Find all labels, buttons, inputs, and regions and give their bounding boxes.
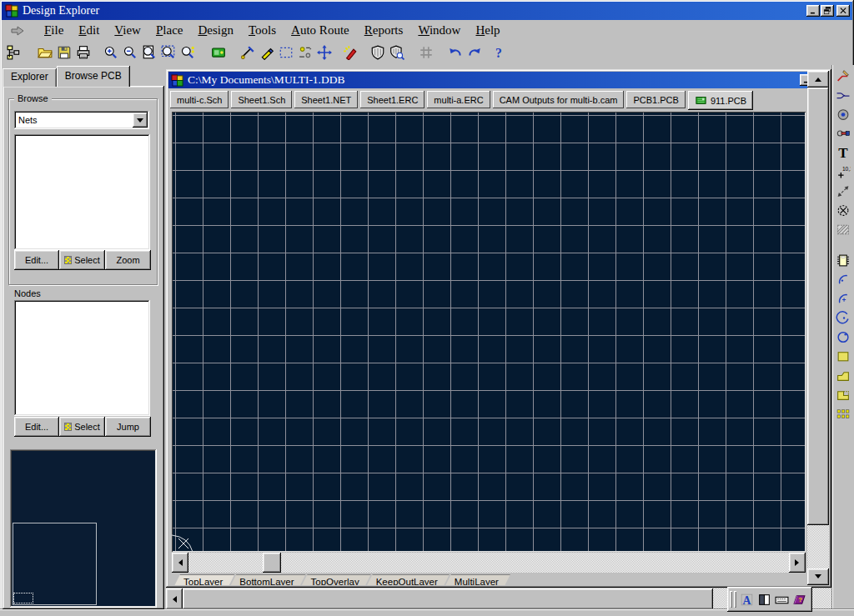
highlight-net-icon[interactable] — [257, 43, 276, 63]
redo-icon[interactable] — [465, 43, 484, 63]
dimension-icon[interactable] — [833, 183, 853, 199]
menu-help[interactable]: Help — [468, 23, 507, 39]
nets-select-button[interactable]: Select — [59, 250, 105, 270]
text-string-icon[interactable]: T — [833, 145, 853, 161]
menu-tools[interactable]: Tools — [241, 23, 284, 39]
interactive-routing-icon[interactable] — [833, 68, 853, 84]
save-icon[interactable] — [54, 43, 73, 63]
document-tab-multi-a-erc[interactable]: multi-a.ERC — [427, 91, 490, 108]
menu-design[interactable]: Design — [190, 23, 241, 39]
split-plane-icon[interactable] — [833, 387, 853, 403]
open-document-icon[interactable] — [35, 43, 54, 63]
menu-window[interactable]: Window — [410, 23, 468, 39]
full-circle-icon[interactable] — [833, 329, 853, 345]
zoom-document-icon[interactable] — [139, 43, 158, 63]
coordinate-icon[interactable]: 10,10 — [833, 164, 853, 180]
minimap-board-view[interactable] — [12, 451, 155, 606]
layer-tab-topoverlay[interactable]: TopOverlay — [299, 574, 371, 585]
hscroll-track[interactable] — [188, 553, 789, 573]
vscroll-track[interactable] — [807, 525, 829, 568]
panel-split-icon[interactable] — [756, 591, 773, 608]
pcb-canvas[interactable] — [172, 112, 806, 552]
undo-icon[interactable] — [445, 43, 465, 63]
board-view-icon[interactable] — [208, 43, 228, 63]
menu-reports[interactable]: Reports — [357, 23, 411, 39]
layer-tab-bottomlayer[interactable]: BottomLayer — [228, 574, 305, 585]
toolbar-grip[interactable] — [734, 591, 736, 608]
close-button[interactable] — [836, 5, 850, 17]
nodes-edit-button[interactable]: Edit... — [14, 417, 59, 437]
canvas-hscrollbar[interactable] — [172, 553, 806, 573]
arc-center-icon[interactable] — [833, 291, 853, 307]
nets-zoom-button[interactable]: Zoom — [105, 250, 151, 270]
multiple-traces-icon[interactable] — [833, 88, 853, 103]
deselect-icon[interactable] — [295, 43, 314, 63]
zoom-point-icon[interactable] — [178, 43, 197, 63]
zoom-area-icon[interactable] — [158, 43, 178, 63]
nets-edit-button[interactable]: Edit... — [14, 250, 59, 270]
app-hscroll-thumb[interactable] — [183, 588, 713, 609]
chevron-down-icon[interactable] — [133, 113, 148, 128]
hatched-fill-icon[interactable] — [833, 222, 853, 238]
grid-icon[interactable] — [416, 43, 435, 63]
toolbar-grip[interactable] — [730, 591, 732, 608]
shield-zoom-icon[interactable] — [387, 43, 406, 63]
app-scroll-left-button[interactable] — [166, 588, 183, 609]
explorer-panel-icon[interactable] — [4, 43, 23, 63]
menu-place[interactable]: Place — [148, 23, 190, 39]
tab-browse-pcb[interactable]: Browse PCB — [57, 66, 130, 87]
menu-file[interactable]: File — [37, 23, 71, 39]
canvas-vscrollbar[interactable] — [807, 71, 829, 585]
nodes-jump-button[interactable]: Jump — [105, 417, 151, 437]
polygon-plane-icon[interactable] — [833, 368, 853, 383]
wizard-icon[interactable] — [340, 43, 359, 63]
menu-auto-route[interactable]: Auto Route — [284, 23, 357, 39]
layer-tab-toplayer[interactable]: TopLayer — [172, 574, 234, 585]
text-a-icon[interactable]: A — [738, 591, 756, 608]
restore-button[interactable] — [821, 5, 834, 17]
document-tab-911-pcb[interactable]: 911.PCB — [688, 91, 753, 110]
arc-edge-icon[interactable] — [833, 272, 853, 288]
menu-grip-arrow-icon[interactable] — [8, 24, 30, 38]
shield-icon[interactable] — [368, 43, 387, 63]
keyboard-icon[interactable] — [773, 591, 791, 608]
pad-array-icon[interactable] — [833, 406, 853, 422]
layer-tab-keepoutlayer[interactable]: KeepOutLayer — [364, 574, 450, 585]
menu-view[interactable]: View — [107, 23, 148, 39]
select-area-icon[interactable] — [276, 43, 295, 63]
keepout-icon[interactable] — [833, 203, 853, 218]
component-icon[interactable] — [833, 253, 853, 268]
scroll-right-button[interactable] — [789, 553, 806, 573]
app-logo-icon — [5, 4, 18, 18]
print-icon[interactable] — [73, 43, 93, 63]
hscroll-thumb[interactable] — [263, 553, 281, 573]
document-tab-cam-outputs-for-multi-b-cam[interactable]: CAM Outputs for multi-b.cam — [493, 91, 625, 108]
layer-tab-multilayer[interactable]: MultiLayer — [443, 574, 510, 585]
document-tab-sheet1-net[interactable]: Sheet1.NET — [294, 91, 358, 108]
fill-icon[interactable] — [833, 348, 853, 364]
cross-probe-icon[interactable] — [238, 43, 257, 63]
nets-list[interactable] — [14, 134, 150, 250]
scroll-down-button[interactable] — [807, 568, 829, 585]
zoom-out-icon[interactable] — [120, 43, 139, 63]
document-tab-sheet1-sch[interactable]: Sheet1.Sch — [231, 91, 292, 108]
menu-edit[interactable]: Edit — [71, 23, 107, 39]
scroll-left-button[interactable] — [172, 553, 188, 573]
via-icon[interactable] — [833, 126, 853, 142]
help-icon[interactable]: ? — [489, 43, 508, 63]
document-tab-pcb1-pcb[interactable]: PCB1.PCB — [626, 91, 685, 108]
zoom-in-icon[interactable] — [101, 43, 120, 63]
nodes-select-button[interactable]: Select — [59, 417, 105, 437]
move-item-icon[interactable] — [314, 43, 334, 63]
nodes-list[interactable] — [14, 300, 150, 416]
minimize-button[interactable] — [806, 5, 820, 17]
help-book-icon[interactable]: ? — [791, 591, 808, 608]
document-tab-multi-c-sch[interactable]: multi-c.Sch — [170, 91, 229, 108]
vscroll-thumb[interactable] — [807, 88, 829, 525]
tab-explorer[interactable]: Explorer — [3, 68, 57, 87]
browse-type-select[interactable]: Nets — [14, 111, 149, 129]
arc-angle-icon[interactable] — [833, 310, 853, 326]
document-tab-sheet1-erc[interactable]: Sheet1.ERC — [360, 91, 424, 108]
scroll-up-button[interactable] — [807, 71, 829, 88]
pad-icon[interactable] — [833, 107, 853, 123]
